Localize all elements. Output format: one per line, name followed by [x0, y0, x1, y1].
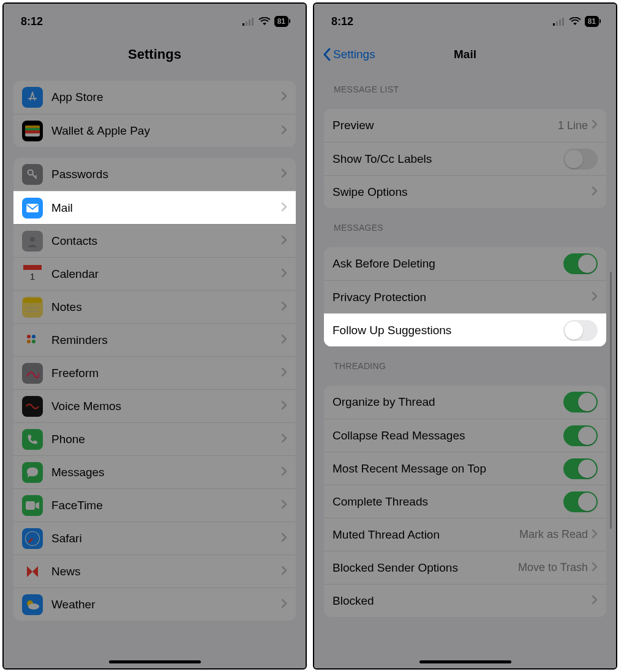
status-bar: 8:12 81 [314, 4, 616, 39]
settings-row-appstore[interactable]: App Store [13, 81, 296, 114]
battery-icon: 81 [585, 16, 599, 27]
chevron-right-icon [281, 499, 287, 512]
chevron-right-icon [281, 125, 287, 137]
svg-rect-30 [553, 23, 555, 26]
settings-group: PasswordsMailContacts1CalendarNotesRemin… [13, 158, 296, 621]
svg-rect-10 [26, 203, 39, 212]
row-blocked[interactable]: Blocked [324, 584, 606, 617]
voicememos-icon [22, 396, 43, 417]
settings-row-calendar[interactable]: 1Calendar [13, 257, 296, 290]
settings-row-wallet[interactable]: Wallet & Apple Pay [13, 114, 296, 147]
chevron-right-icon [281, 268, 287, 278]
section-header: Messages [314, 208, 616, 236]
toggle-tocc[interactable] [563, 149, 598, 170]
toggle-askdel[interactable] [563, 253, 598, 274]
row-label: Show To/Cc Labels [333, 152, 563, 166]
row-askdel[interactable]: Ask Before Deleting [324, 247, 606, 280]
settings-row-mail[interactable]: Mail [13, 191, 296, 224]
svg-rect-27 [556, 21, 558, 26]
row-value: Move to Trash [518, 561, 588, 574]
back-button[interactable]: Settings [323, 48, 375, 61]
row-muted[interactable]: Muted Thread ActionMark as Read [324, 518, 606, 551]
row-label: Collapse Read Messages [333, 429, 563, 442]
chevron-right-icon [281, 599, 287, 611]
chevron-right-icon [281, 433, 287, 446]
svg-rect-29 [562, 18, 564, 26]
wifi-icon [569, 17, 581, 26]
settings-row-safari[interactable]: Safari [13, 521, 296, 554]
svg-rect-28 [559, 20, 561, 26]
row-privacy[interactable]: Privacy Protection [324, 280, 606, 313]
settings-row-notes[interactable]: Notes [13, 290, 296, 323]
section-header: Message List [314, 70, 616, 98]
settings-row-weather[interactable]: Weather [13, 588, 296, 621]
settings-row-news[interactable]: News [13, 554, 296, 588]
chevron-right-icon [592, 119, 598, 129]
row-label: FaceTime [51, 499, 281, 512]
section-header: Threading [314, 346, 616, 375]
appstore-icon [22, 87, 43, 108]
chevron-right-icon [592, 562, 598, 574]
chevron-right-icon [592, 529, 598, 541]
settings-group: Preview1 LineShow To/Cc LabelsSwipe Opti… [324, 109, 606, 208]
mail-icon [22, 198, 43, 218]
back-label: Settings [333, 48, 375, 61]
settings-row-passwords[interactable]: Passwords [13, 158, 296, 191]
row-label: Privacy Protection [333, 291, 592, 304]
freeform-icon [22, 363, 43, 384]
toggle-recent[interactable] [563, 458, 598, 479]
settings-group: Organize by ThreadCollapse Read Messages… [324, 386, 606, 617]
phone-icon [22, 429, 43, 450]
chevron-right-icon [281, 334, 287, 346]
row-label: Muted Thread Action [333, 528, 519, 542]
row-organize[interactable]: Organize by Thread [324, 386, 606, 419]
nav-header: Settings Mail [314, 39, 616, 70]
row-label: Follow Up Suggestions [333, 324, 563, 337]
row-label: Blocked Sender Options [333, 561, 518, 575]
row-preview[interactable]: Preview1 Line [324, 109, 606, 142]
svg-point-17 [27, 335, 31, 338]
chevron-right-icon [281, 202, 287, 214]
chevron-right-icon [592, 291, 598, 304]
settings-row-phone[interactable]: Phone [13, 422, 296, 455]
row-label: Ask Before Deleting [333, 257, 563, 271]
settings-row-voicememos[interactable]: Voice Memos [13, 389, 296, 422]
toggle-collapse[interactable] [563, 425, 598, 446]
row-label: Calendar [51, 267, 281, 281]
nav-header: Settings [4, 39, 306, 70]
chevron-right-icon [281, 400, 287, 413]
chevron-right-icon [592, 562, 598, 572]
settings-row-contacts[interactable]: Contacts [13, 224, 296, 257]
messages-icon [22, 462, 43, 483]
row-recent[interactable]: Most Recent Message on Top [324, 452, 606, 485]
row-collapse[interactable]: Collapse Read Messages [324, 419, 606, 452]
toggle-organize[interactable] [563, 392, 598, 413]
chevron-right-icon [281, 301, 287, 313]
row-swipe[interactable]: Swipe Options [324, 175, 606, 208]
status-time: 8:12 [331, 15, 353, 28]
battery-icon: 81 [274, 16, 288, 27]
row-label: Blocked [333, 594, 592, 608]
chevron-right-icon [281, 168, 287, 181]
svg-rect-1 [246, 21, 247, 26]
chevron-right-icon [281, 466, 287, 479]
status-right: 81 [242, 16, 288, 27]
row-tocc[interactable]: Show To/Cc Labels [324, 142, 606, 175]
toggle-followup[interactable] [563, 320, 598, 341]
row-followup[interactable]: Follow Up Suggestions [324, 313, 606, 346]
svg-point-9 [28, 170, 33, 175]
passwords-icon [22, 164, 43, 185]
notes-icon [22, 297, 43, 318]
svg-rect-2 [249, 20, 250, 26]
settings-row-freeform[interactable]: Freeform [13, 356, 296, 389]
settings-row-facetime[interactable]: FaceTime [13, 488, 296, 521]
settings-row-messages[interactable]: Messages [13, 455, 296, 488]
svg-point-19 [32, 335, 36, 338]
row-complete[interactable]: Complete Threads [324, 485, 606, 518]
toggle-complete[interactable] [563, 491, 598, 512]
row-blockedopt[interactable]: Blocked Sender OptionsMove to Trash [324, 551, 606, 584]
scrollbar[interactable] [610, 272, 612, 529]
wallet-icon [22, 121, 43, 141]
chevron-right-icon [281, 334, 287, 344]
settings-row-reminders[interactable]: Reminders [13, 323, 296, 356]
